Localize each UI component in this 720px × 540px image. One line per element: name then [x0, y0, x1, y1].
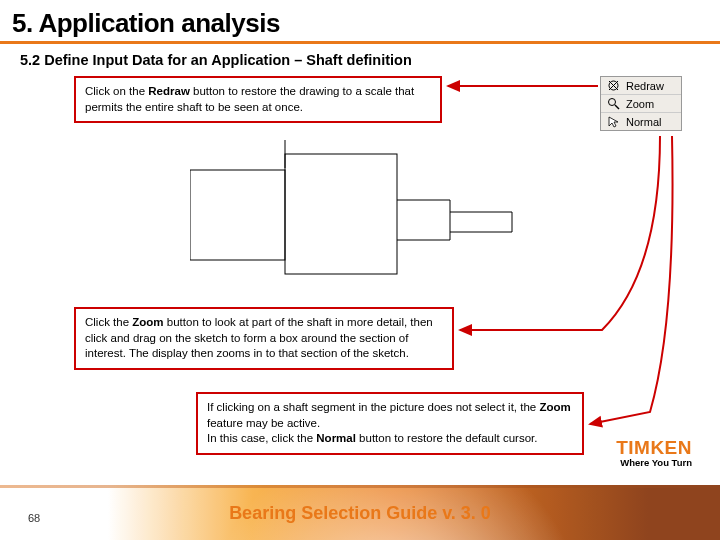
slide-header: 5. Application analysis: [0, 0, 720, 44]
svg-rect-7: [285, 154, 397, 274]
toolbar-label: Normal: [626, 116, 661, 128]
normal-icon: [607, 115, 620, 128]
callout-normal: If clicking on a shaft segment in the pi…: [196, 392, 584, 455]
footer-title: Bearing Selection Guide v. 3. 0: [0, 503, 720, 524]
svg-rect-6: [190, 170, 285, 260]
zoom-icon: [607, 97, 620, 110]
slide-subtitle: 5.2 Define Input Data for an Application…: [0, 44, 720, 72]
callout-text: Click on the: [85, 85, 148, 97]
callout-bold: Zoom: [132, 316, 163, 328]
callout-bold: Zoom: [539, 401, 570, 413]
brand-tagline: Where You Turn: [616, 457, 692, 468]
redraw-icon: [607, 79, 620, 92]
shaft-sketch: [190, 140, 520, 300]
main-area: Click on the Redraw button to restore th…: [0, 72, 720, 442]
callout-text: feature may be active. In this case, cli…: [207, 417, 320, 445]
callout-redraw: Click on the Redraw button to restore th…: [74, 76, 442, 123]
callout-text: button to restore the default cursor.: [356, 432, 538, 444]
callout-zoom: Click the Zoom button to look at part of…: [74, 307, 454, 370]
toolbar-redraw[interactable]: Redraw: [601, 77, 681, 95]
toolbar-zoom[interactable]: Zoom: [601, 95, 681, 113]
footer: 68 Bearing Selection Guide v. 3. 0: [0, 470, 720, 540]
toolbar-label: Redraw: [626, 80, 664, 92]
callout-text: Click the: [85, 316, 132, 328]
brand-name: TIMKEN: [616, 437, 692, 459]
callout-bold: Normal: [316, 432, 356, 444]
callout-bold: Redraw: [148, 85, 190, 97]
toolbar-label: Zoom: [626, 98, 654, 110]
brand-logo: TIMKEN Where You Turn: [616, 437, 692, 468]
slide-title: 5. Application analysis: [12, 8, 708, 39]
slide: 5. Application analysis 5.2 Define Input…: [0, 0, 720, 540]
callout-text: If clicking on a shaft segment in the pi…: [207, 401, 539, 413]
toolbar: Redraw Zoom Normal: [600, 76, 682, 131]
toolbar-normal[interactable]: Normal: [601, 113, 681, 130]
svg-line-4: [615, 105, 619, 109]
svg-point-3: [609, 99, 616, 106]
